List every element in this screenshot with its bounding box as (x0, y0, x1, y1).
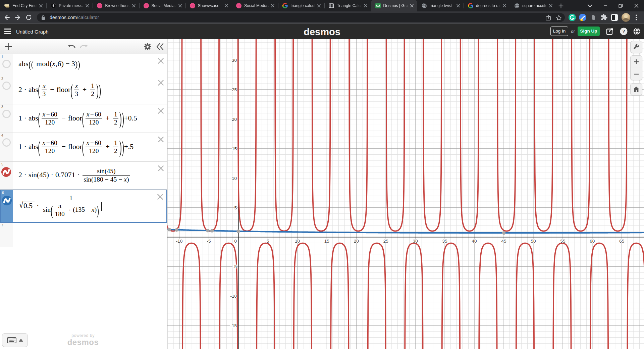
svg-text:5: 5 (234, 205, 237, 210)
svg-text:-5: -5 (207, 239, 211, 244)
svg-text:-15: -15 (230, 323, 237, 328)
svg-text:55: 55 (560, 239, 565, 244)
svg-text:40: 40 (472, 239, 477, 244)
svg-text:?: ? (623, 29, 625, 34)
svg-text:-10: -10 (176, 239, 183, 244)
svg-text:45: 45 (501, 239, 506, 244)
svg-text:30: 30 (232, 58, 237, 63)
svg-text:15: 15 (232, 146, 237, 151)
svg-text:30: 30 (413, 239, 418, 244)
svg-text:15: 15 (324, 239, 329, 244)
svg-text:25: 25 (383, 239, 388, 244)
svg-text:20: 20 (354, 239, 359, 244)
svg-text:25: 25 (232, 87, 237, 92)
svg-text:-10: -10 (230, 294, 237, 299)
svg-text:60: 60 (590, 239, 595, 244)
svg-text:65: 65 (619, 239, 624, 244)
svg-text:35: 35 (442, 239, 447, 244)
svg-text:0: 0 (234, 239, 237, 244)
svg-text:20: 20 (232, 117, 237, 122)
svg-text:10: 10 (232, 176, 237, 181)
svg-text:10: 10 (295, 239, 300, 244)
svg-text:50: 50 (531, 239, 536, 244)
svg-text:-5: -5 (233, 264, 237, 269)
svg-text:5: 5 (267, 239, 269, 244)
